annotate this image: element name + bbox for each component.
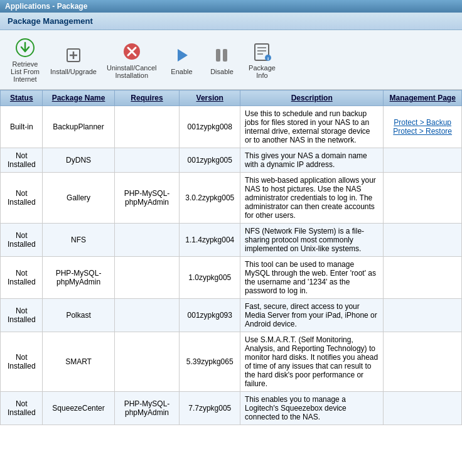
- table-row[interactable]: Not InstalledSMART5.39zypkg065Use S.M.A.…: [1, 332, 462, 392]
- cell-requires: [114, 257, 180, 299]
- table-header-row: Status Package Name Requires Version Des…: [1, 90, 462, 106]
- cell-status: Not Installed: [1, 173, 43, 224]
- cell-name: NFS: [43, 224, 114, 257]
- col-header-requires[interactable]: Requires: [114, 90, 180, 106]
- cell-name: SMART: [43, 332, 114, 392]
- cell-version: 1.1.4zypkg004: [180, 224, 240, 257]
- toolbar: Retrieve List From Internet Install/Upgr…: [0, 30, 462, 90]
- svg-text:i: i: [267, 56, 269, 62]
- cell-status: Not Installed: [1, 299, 43, 332]
- cell-status: Not Installed: [1, 224, 43, 257]
- uninstall-label: Uninstall/Cancel Installation: [107, 64, 156, 79]
- cell-description: This tool can be used to manage MySQL th…: [240, 257, 384, 299]
- cell-requires: [114, 332, 180, 392]
- svg-rect-8: [216, 49, 220, 62]
- table-row[interactable]: Not InstalledPolkast001zypkg093Fast, sec…: [1, 299, 462, 332]
- section-header: Package Management: [0, 13, 462, 30]
- uninstall-button[interactable]: Uninstall/Cancel Installation: [103, 38, 160, 82]
- cell-requires: [114, 106, 180, 148]
- retrieve-label: Retrieve List From Internet: [11, 60, 40, 83]
- enable-label: Enable: [171, 68, 192, 75]
- cell-version: 3.0.2zypkg005: [180, 173, 240, 224]
- install-button[interactable]: Install/Upgrade: [46, 41, 100, 78]
- cell-name: PHP-MySQL- phpMyAdmin: [43, 257, 114, 299]
- cell-management: [384, 173, 462, 224]
- cell-requires: [114, 224, 180, 257]
- package-info-button[interactable]: i Package Info: [243, 38, 281, 82]
- uninstall-icon: [121, 40, 143, 63]
- cell-management: [384, 392, 462, 425]
- svg-marker-7: [178, 49, 188, 62]
- cell-management[interactable]: Protect > BackupProtect > Restore: [384, 106, 462, 148]
- cell-name: DyDNS: [43, 148, 114, 173]
- cell-version: 001zypkg008: [180, 106, 240, 148]
- cell-status: Not Installed: [1, 257, 43, 299]
- cell-version: 5.39zypkg065: [180, 332, 240, 392]
- enable-button[interactable]: Enable: [163, 41, 200, 78]
- cell-status: Not Installed: [1, 148, 43, 173]
- package-table-body: Built-inBackupPlanner001zypkg008Use this…: [1, 106, 462, 425]
- cell-management: [384, 257, 462, 299]
- cell-description: This gives your NAS a domain name with a…: [240, 148, 384, 173]
- cell-management: [384, 299, 462, 332]
- management-link[interactable]: Protect > Restore: [393, 127, 452, 136]
- cell-version: 7.7zypkg005: [180, 392, 240, 425]
- retrieve-icon: [14, 36, 36, 59]
- cell-description: This enables you to manage a Logitech's …: [240, 392, 384, 425]
- title-bar: Applications - Package: [0, 0, 462, 13]
- cell-status: Built-in: [1, 106, 43, 148]
- table-row[interactable]: Not InstalledSqueezeCenterPHP-MySQL- php…: [1, 392, 462, 425]
- disable-label: Disable: [210, 68, 234, 75]
- cell-description: Use this to schedule and run backup jobs…: [240, 106, 384, 148]
- cell-description: Fast, secure, direct access to your Medi…: [240, 299, 384, 332]
- cell-management: [384, 332, 462, 392]
- cell-name: Polkast: [43, 299, 114, 332]
- cell-version: 001zypkg005: [180, 148, 240, 173]
- col-header-version[interactable]: Version: [180, 90, 240, 106]
- cell-requires: [114, 148, 180, 173]
- disable-icon: [210, 44, 233, 67]
- cell-requires: PHP-MySQL- phpMyAdmin: [114, 392, 180, 425]
- cell-version: 1.0zypkg005: [180, 257, 240, 299]
- col-header-management[interactable]: Management Page: [384, 90, 462, 106]
- cell-management: [384, 148, 462, 173]
- table-row[interactable]: Not InstalledNFS1.1.4zypkg004NFS (Networ…: [1, 224, 462, 257]
- install-icon: [62, 44, 85, 67]
- section-header-text: Package Management: [8, 16, 93, 26]
- cell-status: Not Installed: [1, 392, 43, 425]
- cell-management: [384, 224, 462, 257]
- cell-name: Gallery: [43, 173, 114, 224]
- disable-button[interactable]: Disable: [203, 41, 240, 78]
- management-link[interactable]: Protect > Backup: [394, 118, 451, 127]
- package-info-label: Package Info: [249, 64, 276, 79]
- table-row[interactable]: Not InstalledGalleryPHP-MySQL- phpMyAdmi…: [1, 173, 462, 224]
- col-header-name[interactable]: Package Name: [43, 90, 114, 106]
- install-label: Install/Upgrade: [50, 68, 97, 75]
- package-table: Status Package Name Requires Version Des…: [0, 90, 462, 425]
- table-row[interactable]: Not InstalledPHP-MySQL- phpMyAdmin1.0zyp…: [1, 257, 462, 299]
- cell-requires: PHP-MySQL- phpMyAdmin: [114, 173, 180, 224]
- retrieve-button[interactable]: Retrieve List From Internet: [6, 34, 44, 85]
- cell-version: 001zypkg093: [180, 299, 240, 332]
- svg-rect-9: [223, 49, 227, 62]
- cell-description: This web-based application allows your N…: [240, 173, 384, 224]
- enable-icon: [170, 44, 193, 67]
- cell-requires: [114, 299, 180, 332]
- package-table-wrapper: Status Package Name Requires Version Des…: [0, 90, 462, 465]
- col-header-status[interactable]: Status: [1, 90, 43, 106]
- cell-name: BackupPlanner: [43, 106, 114, 148]
- package-info-icon: i: [250, 40, 273, 63]
- cell-description: NFS (Network File System) is a file-shar…: [240, 224, 384, 257]
- cell-name: SqueezeCenter: [43, 392, 114, 425]
- title-text: Applications - Package: [5, 2, 87, 11]
- table-row[interactable]: Built-inBackupPlanner001zypkg008Use this…: [1, 106, 462, 148]
- col-header-description[interactable]: Description: [240, 90, 384, 106]
- table-row[interactable]: Not InstalledDyDNS001zypkg005This gives …: [1, 148, 462, 173]
- cell-description: Use S.M.A.R.T. (Self Monitoring, Analysi…: [240, 332, 384, 392]
- cell-status: Not Installed: [1, 332, 43, 392]
